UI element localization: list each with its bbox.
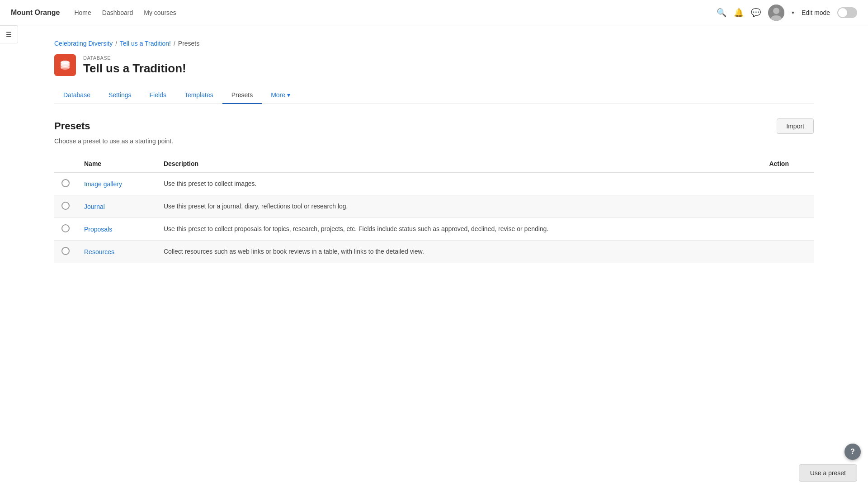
more-chevron-icon: ▾ [287, 91, 290, 99]
search-icon[interactable]: 🔍 [717, 8, 726, 18]
import-button[interactable]: Import [777, 118, 814, 134]
nav-right: 🔍 🔔 💬 ▾ Edit mode [717, 5, 857, 21]
preset-link-journal[interactable]: Journal [84, 203, 105, 210]
tab-more[interactable]: More ▾ [262, 87, 299, 104]
header-text: DATABASE Tell us a Tradition! [83, 55, 186, 76]
radio-cell-journal [54, 195, 77, 218]
preset-link-image-gallery[interactable]: Image gallery [84, 180, 122, 188]
name-cell-journal: Journal [77, 195, 156, 218]
breadcrumb: Celebrating Diversity / Tell us a Tradit… [54, 40, 814, 47]
edit-mode-label: Edit mode [802, 9, 830, 16]
tabs: Database Settings Fields Templates Prese… [54, 87, 814, 104]
col-action: Action [762, 156, 814, 172]
action-cell-journal [762, 195, 814, 218]
bell-icon[interactable]: 🔔 [734, 8, 744, 18]
nav-dashboard[interactable]: Dashboard [102, 9, 133, 16]
desc-cell-resources: Collect resources such as web links or b… [156, 241, 762, 263]
section-title: Presets [54, 120, 90, 132]
page-header: DATABASE Tell us a Tradition! [54, 54, 814, 76]
sidebar-toggle[interactable]: ☰ [0, 25, 18, 43]
tab-templates[interactable]: Templates [175, 87, 222, 104]
radio-image-gallery[interactable] [61, 179, 70, 187]
tab-settings[interactable]: Settings [99, 87, 141, 104]
svg-point-7 [61, 66, 70, 70]
action-cell-resources [762, 241, 814, 263]
chat-icon[interactable]: 💬 [751, 8, 761, 18]
toggle-knob [838, 8, 847, 17]
radio-cell-proposals [54, 218, 77, 241]
breadcrumb-sep-2: / [174, 40, 175, 47]
radio-journal[interactable] [61, 202, 70, 210]
tab-database[interactable]: Database [54, 87, 99, 104]
preset-desc-resources: Collect resources such as web links or b… [164, 248, 424, 255]
table-row: Proposals Use this preset to collect pro… [54, 218, 814, 241]
svg-point-1 [773, 8, 779, 14]
breadcrumb-presets: Presets [178, 40, 199, 47]
desc-cell-proposals: Use this preset to collect proposals for… [156, 218, 762, 241]
table-row: Image gallery Use this preset to collect… [54, 172, 814, 195]
preset-link-resources[interactable]: Resources [84, 248, 114, 255]
db-label: DATABASE [83, 55, 186, 61]
section-description: Choose a preset to use as a starting poi… [54, 137, 814, 145]
breadcrumb-celebrating-diversity[interactable]: Celebrating Diversity [54, 40, 113, 47]
preset-desc-proposals: Use this preset to collect proposals for… [164, 225, 548, 232]
tab-presets[interactable]: Presets [222, 87, 262, 104]
user-dropdown-arrow[interactable]: ▾ [792, 9, 794, 16]
action-cell-image-gallery [762, 172, 814, 195]
preset-link-proposals[interactable]: Proposals [84, 226, 112, 233]
page-title: Tell us a Tradition! [83, 61, 186, 76]
preset-desc-journal: Use this preset for a journal, diary, re… [164, 203, 348, 210]
main-content: Celebrating Diversity / Tell us a Tradit… [0, 25, 868, 299]
tab-fields[interactable]: Fields [141, 87, 175, 104]
table-row: Resources Collect resources such as web … [54, 241, 814, 263]
nav-links: Home Dashboard My courses [74, 9, 176, 16]
radio-resources[interactable] [61, 247, 70, 255]
col-description: Description [156, 156, 762, 172]
radio-cell-image-gallery [54, 172, 77, 195]
section-header: Presets Import [54, 118, 814, 134]
presets-table: Name Description Action Image gallery Us… [54, 156, 814, 263]
edit-mode-toggle[interactable] [837, 7, 857, 18]
col-name: Name [77, 156, 156, 172]
name-cell-resources: Resources [77, 241, 156, 263]
desc-cell-journal: Use this preset for a journal, diary, re… [156, 195, 762, 218]
menu-icon: ☰ [6, 31, 12, 38]
top-navigation: Mount Orange Home Dashboard My courses 🔍… [0, 0, 868, 25]
breadcrumb-tell-us-a-tradition[interactable]: Tell us a Tradition! [120, 40, 171, 47]
breadcrumb-sep-1: / [115, 40, 117, 47]
table-row: Journal Use this preset for a journal, d… [54, 195, 814, 218]
action-cell-proposals [762, 218, 814, 241]
site-name: Mount Orange [11, 9, 60, 17]
radio-proposals[interactable] [61, 224, 70, 232]
desc-cell-image-gallery: Use this preset to collect images. [156, 172, 762, 195]
nav-home[interactable]: Home [74, 9, 91, 16]
name-cell-proposals: Proposals [77, 218, 156, 241]
radio-cell-resources [54, 241, 77, 263]
database-icon [54, 54, 76, 76]
nav-my-courses[interactable]: My courses [144, 9, 176, 16]
preset-desc-image-gallery: Use this preset to collect images. [164, 180, 256, 187]
avatar[interactable] [768, 5, 784, 21]
name-cell-image-gallery: Image gallery [77, 172, 156, 195]
col-select [54, 156, 77, 172]
